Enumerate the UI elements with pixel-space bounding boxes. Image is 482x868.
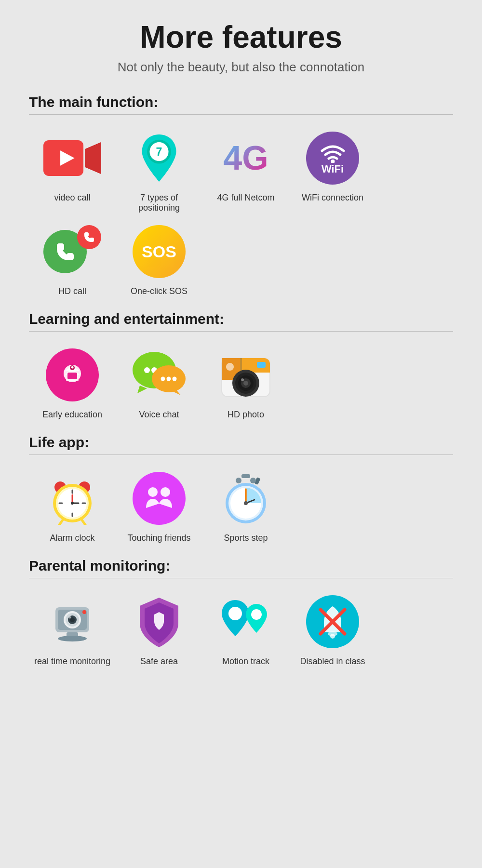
svg-point-72 <box>228 607 242 620</box>
divider-main <box>29 114 453 115</box>
feature-real-time: real time monitoring <box>34 593 111 667</box>
edu-circle <box>46 348 99 401</box>
hd-photo-label: HD photo <box>228 410 264 420</box>
real-time-label: real time monitoring <box>34 656 110 667</box>
main-features-grid: video call 7 7 types of positioning 4G 4… <box>29 129 453 296</box>
sos-icon: SOS <box>130 223 188 280</box>
svg-text:7: 7 <box>156 146 162 158</box>
4g-text: 4G <box>223 139 268 177</box>
feature-safe-area: Safe area <box>120 593 198 667</box>
feature-video-call: video call <box>34 129 111 213</box>
motion-track-icon <box>217 593 275 651</box>
early-education-icon <box>43 346 101 404</box>
voice-chat-icon <box>130 346 188 404</box>
hd-call-label: HD call <box>58 286 86 296</box>
touching-friends-label: Touching friends <box>127 533 190 543</box>
sports-step-icon <box>217 469 275 527</box>
svg-point-47 <box>71 502 74 505</box>
divider-learning <box>29 331 453 332</box>
hd-call-icon <box>43 223 101 280</box>
page-subtitle: Not only the beauty, but also the connot… <box>118 60 365 75</box>
feature-disabled-class: Disabled in class <box>294 593 371 667</box>
svg-point-71 <box>82 610 86 614</box>
svg-line-48 <box>59 520 63 525</box>
feature-motion-track: Motion track <box>207 593 284 667</box>
feature-wifi: WiFi WiFi connection <box>294 129 371 213</box>
sos-label: One-click SOS <box>131 286 187 296</box>
wifi-icon: WiFi <box>304 129 362 187</box>
feature-voice-chat: Voice chat <box>120 346 198 420</box>
section-learning: Learning and entertainment: Earl <box>29 311 453 420</box>
divider-life <box>29 454 453 455</box>
sos-text: SOS <box>142 242 176 261</box>
svg-point-33 <box>241 378 244 381</box>
friends-circle <box>133 472 186 525</box>
feature-4g: 4G 4G full Netcom <box>207 129 284 213</box>
svg-point-50 <box>148 487 158 497</box>
feature-early-education: Early education <box>34 346 111 420</box>
svg-marker-3 <box>86 143 101 174</box>
disabled-class-icon <box>304 593 362 651</box>
svg-point-18 <box>161 377 165 381</box>
section-title-main: The main function: <box>29 94 453 110</box>
positioning-label: 7 types of positioning <box>120 193 198 213</box>
disabled-class-label: Disabled in class <box>300 656 365 667</box>
learning-features-grid: Early education Voice chat <box>29 346 453 420</box>
hd-call-wrap <box>43 225 101 278</box>
svg-point-60 <box>236 478 241 483</box>
section-life-app: Life app: <box>29 434 453 543</box>
real-time-icon <box>43 593 101 651</box>
wifi-circle: WiFi <box>306 132 359 185</box>
section-title-life: Life app: <box>29 434 453 451</box>
positioning-icon: 7 <box>130 129 188 187</box>
page-title: More features <box>140 19 342 55</box>
svg-rect-34 <box>257 362 266 368</box>
4g-icon: 4G <box>217 129 275 187</box>
alarm-clock-icon <box>43 469 101 527</box>
wifi-label: WiFi connection <box>302 193 363 203</box>
voice-chat-label: Voice chat <box>139 410 179 420</box>
4g-label: 4G full Netcom <box>217 193 274 203</box>
svg-rect-11 <box>66 379 79 381</box>
svg-point-70 <box>58 636 87 641</box>
feature-positioning: 7 7 types of positioning <box>120 129 198 213</box>
svg-line-49 <box>82 520 85 525</box>
early-education-label: Early education <box>42 410 102 420</box>
feature-alarm-clock: Alarm clock <box>34 469 111 543</box>
safe-area-label: Safe area <box>140 656 178 667</box>
hd-call-red <box>77 225 101 249</box>
section-parental: Parental monitoring: <box>29 558 453 667</box>
svg-point-61 <box>250 478 256 483</box>
video-call-icon <box>43 129 101 187</box>
parental-features-grid: real time monitoring Safe area <box>29 593 453 667</box>
video-call-label: video call <box>54 193 90 203</box>
svg-point-75 <box>330 634 335 639</box>
svg-point-68 <box>69 616 71 619</box>
feature-sports-step: Sports step <box>207 469 284 543</box>
touching-friends-icon <box>130 469 188 527</box>
disabled-circle <box>306 595 359 648</box>
wifi-text: WiFi <box>321 163 344 175</box>
svg-point-59 <box>244 501 248 505</box>
divider-parental <box>29 578 453 578</box>
svg-point-14 <box>144 367 150 373</box>
svg-point-73 <box>251 609 262 620</box>
svg-point-51 <box>161 487 170 497</box>
sos-circle: SOS <box>133 225 186 278</box>
svg-point-32 <box>243 381 248 386</box>
feature-sos: SOS One-click SOS <box>120 223 198 296</box>
feature-hd-call: HD call <box>34 223 111 296</box>
sports-step-label: Sports step <box>224 533 268 543</box>
life-features-grid: Alarm clock Touching friends <box>29 469 453 543</box>
svg-point-20 <box>173 377 177 381</box>
hd-photo-icon <box>217 346 275 404</box>
svg-point-7 <box>331 160 335 163</box>
feature-hd-photo: HD photo <box>207 346 284 420</box>
section-title-learning: Learning and entertainment: <box>29 311 453 327</box>
feature-touching-friends: Touching friends <box>120 469 198 543</box>
svg-point-19 <box>167 377 171 381</box>
motion-track-label: Motion track <box>222 656 269 667</box>
safe-area-icon <box>130 593 188 651</box>
alarm-clock-label: Alarm clock <box>50 533 94 543</box>
svg-point-35 <box>226 363 234 371</box>
